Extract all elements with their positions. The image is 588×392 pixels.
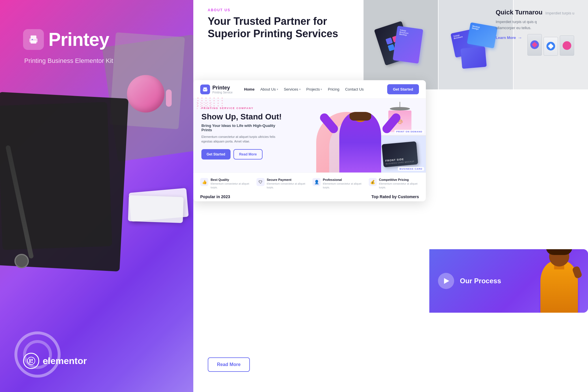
top-area: ABOUT US Your Trusted Partner for Superi… (193, 0, 588, 89)
hero-subtitle: Bring Your Ideas to Life with High-Quali… (201, 123, 283, 132)
mockup-nav: Printey Printing Service Home About Us ▾… (193, 80, 426, 99)
read-more-button[interactable]: Read More (208, 357, 250, 372)
our-process-section: Our Process (429, 249, 588, 313)
hero-read-more-button[interactable]: Read More (233, 149, 263, 160)
play-button[interactable] (438, 273, 454, 289)
nav-services[interactable]: Services ▾ (284, 87, 301, 91)
nav-pricing[interactable]: Pricing (328, 87, 339, 91)
mockup-service: Printing Service (212, 91, 233, 94)
mockup-brand: Printey (212, 85, 233, 91)
nav-cta-button[interactable]: Get Started (387, 84, 419, 94)
top-rated-section: Top Rated by Customers (371, 194, 419, 199)
money-icon: 💰 (369, 178, 377, 186)
feature-title-2: Secure Payment (267, 178, 307, 181)
product-label-1: PRINT ON DEMAND (394, 130, 424, 134)
right-panel: ABOUT US Your Trusted Partner for Superi… (193, 0, 588, 392)
svg-rect-7 (31, 362, 33, 363)
feature-desc-1: Elementum consectetur at aliquet turpis. (211, 182, 251, 189)
play-triangle-icon (444, 278, 449, 284)
feature-pricing: 💰 Competitive Pricing Elementum consecte… (369, 178, 419, 189)
brand-logo-container: Printey (23, 29, 113, 50)
website-mockup: document.currentScript.insertAdjacentHTM… (193, 80, 426, 201)
hero-content: PRINTING SERVICE COMPANY Show Up, Stand … (193, 99, 291, 172)
features-row: 👍 Best Quality Elementum consectetur at … (193, 172, 426, 194)
services-chevron-icon: ▾ (299, 88, 301, 91)
product-label-2: BUSINESS CARD (398, 167, 424, 171)
hero-buttons: Get Started Read More (201, 149, 283, 160)
mockup-logo-text: Printey Printing Service (212, 85, 233, 94)
svg-rect-10 (203, 90, 207, 91)
about-chevron-icon: ▾ (277, 88, 278, 91)
about-section: ABOUT US Your Trusted Partner for Superi… (193, 0, 364, 89)
feature-title-1: Best Quality (211, 178, 251, 181)
elementor-badge: elementor (23, 353, 87, 369)
about-title: Your Trusted Partner for Superior Printi… (208, 15, 349, 40)
hero-label: PRINTING SERVICE COMPANY (201, 107, 283, 110)
our-process-text: Our Process (460, 277, 501, 285)
quick-desc: Imperdiet turpis ut quis q ullamcorper e… (496, 19, 582, 31)
quick-turnaround: Quick Turnarou Imperdiet turpis u Imperd… (490, 9, 588, 40)
product-img-1: TrifoldBrochureMockup (364, 0, 438, 89)
mockup-logo: Printey Printing Service (200, 85, 233, 94)
hero-person (335, 102, 385, 172)
hero-desc: Elementum consectetur at aliquet turpis … (201, 134, 283, 144)
left-panel: Printey Printing Business Elementor Kit … (0, 0, 193, 392)
nav-home[interactable]: Home (244, 87, 254, 91)
popular-section: Popular in 2023 (200, 194, 230, 199)
feature-title-4: Competitive Pricing (379, 178, 419, 181)
bottom-labels: Popular in 2023 Top Rated by Customers (193, 194, 426, 201)
brand-area: Printey Printing Business Elementor Kit (23, 29, 113, 65)
mockup-hero: document.currentScript.insertAdjacentHTM… (193, 99, 426, 172)
nav-contact[interactable]: Contact Us (345, 87, 364, 91)
nav-links: Home About Us ▾ Services ▾ Projects ▾ Pr… (244, 87, 387, 91)
popular-title: Popular in 2023 (200, 194, 230, 199)
logo-icon (200, 85, 210, 94)
hero-title: Show Up, Stand Out! (201, 112, 283, 122)
elementor-icon (23, 353, 39, 369)
feature-desc-4: Elementum consectetur at aliquet turpis. (379, 182, 419, 189)
feature-professional: 👤 Professional Elementum consectetur at … (312, 178, 363, 189)
feature-desc-3: Elementum consectetur at aliquet turpis. (323, 182, 363, 189)
printer-icon-box (23, 29, 44, 50)
hero-get-started-button[interactable]: Get Started (201, 149, 231, 160)
feature-title-3: Professional (323, 178, 363, 181)
feature-secure-payment: 🛡 Secure Payment Elementum consectetur a… (256, 178, 307, 189)
svg-rect-5 (29, 359, 31, 363)
learn-more-link[interactable]: Learn More → (496, 35, 582, 40)
person-icon: 👤 (312, 178, 321, 186)
process-person-area (525, 249, 588, 313)
svg-point-4 (27, 357, 35, 365)
thumbs-up-icon: 👍 (200, 178, 208, 186)
svg-rect-11 (204, 89, 205, 90)
quick-title: Quick Turnarou Imperdiet turpis u (496, 9, 582, 16)
svg-rect-2 (31, 41, 36, 44)
about-title-line1: Your Trusted Partner for (208, 15, 327, 27)
brand-name: Printey (48, 29, 109, 50)
elementor-label: elementor (43, 356, 87, 366)
feature-desc-2: Elementum consectetur at aliquet turpis. (267, 182, 307, 189)
brand-tagline: Printing Business Elementor Kit (24, 57, 113, 65)
about-title-line2: Superior Printing Services (208, 28, 338, 40)
read-more-section: Read More (208, 352, 250, 372)
projects-chevron-icon: ▾ (321, 88, 322, 91)
svg-rect-6 (31, 359, 33, 361)
arrow-icon: → (518, 35, 522, 40)
about-label: ABOUT US (208, 8, 349, 12)
learn-more-label: Learn More (496, 35, 516, 40)
shield-icon: 🛡 (256, 178, 265, 186)
nav-projects[interactable]: Projects ▾ (306, 87, 322, 91)
feature-best-quality: 👍 Best Quality Elementum consectetur at … (200, 178, 251, 189)
nav-about[interactable]: About Us ▾ (260, 87, 278, 91)
svg-rect-3 (32, 39, 33, 40)
top-rated-title: Top Rated by Customers (371, 194, 419, 199)
our-process-label: Our Process (460, 277, 501, 285)
